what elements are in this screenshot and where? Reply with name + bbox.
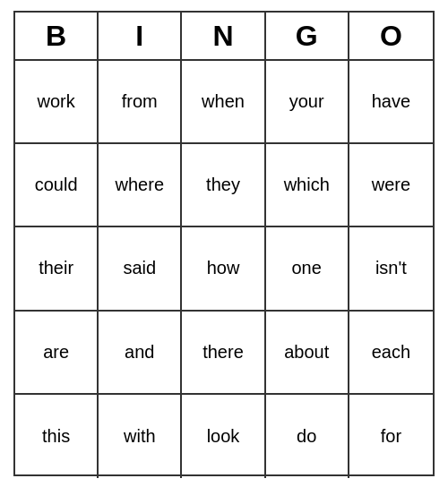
bingo-cell[interactable]: have [349,61,433,144]
bingo-cell[interactable]: do [266,395,349,478]
bingo-cell[interactable]: each [349,312,433,395]
bingo-cell[interactable]: your [266,61,349,144]
bingo-cell[interactable]: for [349,395,433,478]
bingo-cell[interactable]: where [99,144,182,227]
bingo-grid: workfromwhenyourhavecouldwheretheywhichw… [15,61,433,478]
bingo-cell[interactable]: from [99,61,182,144]
bingo-cell[interactable]: and [99,312,182,395]
bingo-cell[interactable]: with [99,395,182,478]
bingo-card: B I N G O workfromwhenyourhavecouldwhere… [13,11,435,476]
bingo-header: B I N G O [15,13,433,61]
bingo-cell[interactable]: were [349,144,433,227]
bingo-cell[interactable]: this [15,395,99,478]
header-i: I [99,13,182,59]
header-b: B [15,13,99,59]
bingo-cell[interactable]: work [15,61,99,144]
bingo-cell[interactable]: could [15,144,99,227]
header-o: O [349,13,433,59]
bingo-cell[interactable]: isn't [349,227,433,311]
bingo-cell[interactable]: about [266,312,349,395]
header-n: N [182,13,265,59]
bingo-cell[interactable]: one [266,227,349,311]
bingo-cell[interactable]: when [182,61,265,144]
bingo-cell[interactable]: look [182,395,265,478]
bingo-cell[interactable]: there [182,312,265,395]
bingo-cell[interactable]: how [182,227,265,311]
bingo-cell[interactable]: they [182,144,265,227]
header-g: G [266,13,349,59]
bingo-cell[interactable]: said [99,227,182,311]
bingo-cell[interactable]: their [15,227,99,311]
bingo-cell[interactable]: are [15,312,99,395]
bingo-cell[interactable]: which [266,144,349,227]
